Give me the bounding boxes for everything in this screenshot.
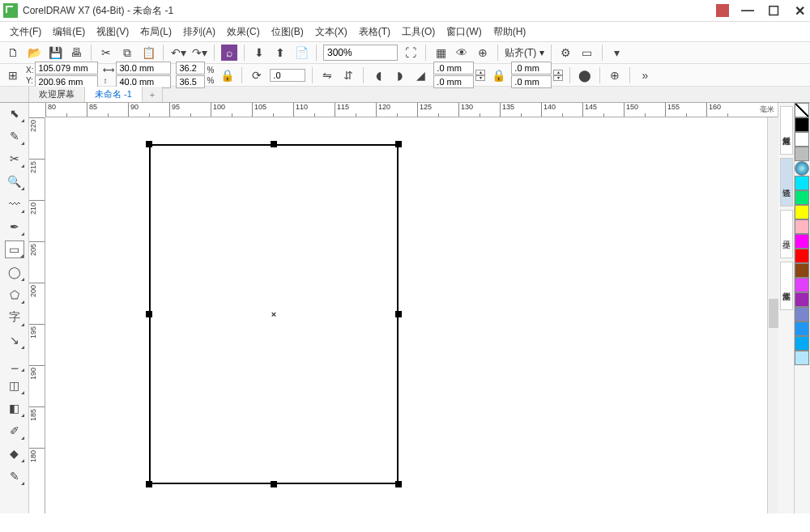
corner-round-button[interactable]: ◖ bbox=[370, 67, 386, 83]
handle-middle-left[interactable] bbox=[146, 311, 152, 317]
crop-tool[interactable]: ✂ bbox=[5, 150, 24, 168]
eyedropper-tool[interactable]: ✐ bbox=[5, 422, 24, 440]
menu-bitmaps[interactable]: 位图(B) bbox=[266, 23, 309, 40]
tab-add-button[interactable]: + bbox=[143, 87, 163, 102]
color-swatch[interactable] bbox=[795, 147, 809, 161]
publish-button[interactable]: 📄 bbox=[293, 45, 309, 61]
tab-document[interactable]: 未命名 -1 bbox=[85, 87, 143, 102]
menu-text[interactable]: 文本(X) bbox=[310, 23, 352, 40]
mirror-h-button[interactable]: ⇋ bbox=[319, 67, 335, 83]
handle-top-right[interactable] bbox=[395, 141, 402, 147]
color-swatch[interactable] bbox=[795, 292, 809, 307]
scale-x-input[interactable] bbox=[176, 62, 205, 74]
dimension-tool[interactable]: ↘ bbox=[5, 331, 24, 349]
copy-button[interactable]: ⧉ bbox=[119, 45, 135, 61]
menu-view[interactable]: 视图(V) bbox=[92, 23, 134, 40]
snap-dropdown[interactable]: 贴齐(T) ▾ bbox=[505, 46, 544, 60]
color-swatch[interactable] bbox=[795, 190, 809, 205]
corner-lock-button[interactable]: 🔒 bbox=[490, 67, 506, 83]
handle-middle-right[interactable] bbox=[395, 311, 402, 317]
shape-tool[interactable]: ✎ bbox=[5, 127, 24, 145]
transparency-tool[interactable]: ◧ bbox=[5, 399, 24, 417]
user-avatar-icon[interactable] bbox=[716, 4, 729, 17]
spin-down[interactable]: ▾ bbox=[475, 75, 485, 81]
menu-file[interactable]: 文件(F) bbox=[5, 23, 46, 40]
panel-lens[interactable]: 透镜 bbox=[780, 158, 793, 206]
close-button[interactable]: ✕ bbox=[792, 3, 807, 18]
paste-button[interactable]: 📋 bbox=[140, 45, 156, 61]
color-swatch[interactable] bbox=[795, 205, 809, 219]
menu-window[interactable]: 窗口(W) bbox=[441, 23, 486, 40]
color-swatch[interactable] bbox=[795, 161, 809, 176]
menu-tools[interactable]: 工具(O) bbox=[397, 23, 440, 40]
import-button[interactable]: ⬇ bbox=[251, 45, 267, 61]
drawing-canvas[interactable]: × bbox=[45, 117, 778, 513]
fill-tool[interactable]: ◆ bbox=[5, 445, 24, 462]
zoom-tool[interactable]: 🔍 bbox=[5, 172, 24, 190]
handle-bottom-middle[interactable] bbox=[271, 481, 277, 487]
lock-ratio-button[interactable]: 🔒 bbox=[219, 67, 235, 83]
handle-bottom-right[interactable] bbox=[395, 481, 402, 487]
pick-tool[interactable]: ⬉ bbox=[5, 104, 24, 122]
color-swatch[interactable] bbox=[795, 176, 809, 190]
scrollbar-thumb[interactable] bbox=[769, 299, 778, 328]
corner-tl-input[interactable] bbox=[433, 62, 474, 74]
menu-layout[interactable]: 布局(L) bbox=[135, 23, 177, 40]
handle-top-middle[interactable] bbox=[271, 141, 277, 147]
search-button[interactable]: ⌕ bbox=[221, 45, 237, 61]
x-input[interactable] bbox=[35, 62, 98, 74]
undo-button[interactable]: ↶▾ bbox=[170, 45, 186, 61]
panel-hints[interactable]: 提示 bbox=[780, 210, 793, 258]
color-swatch[interactable] bbox=[795, 321, 809, 336]
corner-tr-input[interactable] bbox=[511, 62, 552, 74]
color-swatch[interactable] bbox=[795, 249, 809, 263]
cut-button[interactable]: ✂ bbox=[98, 45, 114, 61]
maximize-button[interactable]: ☐ bbox=[766, 3, 781, 18]
minimize-button[interactable]: — bbox=[740, 3, 755, 18]
export-button[interactable]: ⬆ bbox=[272, 45, 288, 61]
menu-effects[interactable]: 效果(C) bbox=[222, 23, 265, 40]
color-swatch[interactable] bbox=[795, 336, 809, 351]
outline-tool[interactable]: ✎ bbox=[5, 467, 24, 485]
new-button[interactable]: 🗋 bbox=[5, 45, 21, 61]
options-button[interactable]: ⚙ bbox=[558, 45, 574, 61]
color-none[interactable] bbox=[795, 103, 809, 117]
corner-chamfer-button[interactable]: ◢ bbox=[412, 67, 428, 83]
menu-edit[interactable]: 编辑(E) bbox=[48, 23, 90, 40]
horizontal-ruler[interactable]: 80 85 90 95 100 105 110 115 120 125 130 … bbox=[45, 103, 778, 117]
grid-button[interactable]: 👁 bbox=[454, 45, 470, 61]
vertical-scrollbar[interactable] bbox=[767, 117, 778, 513]
spin-up[interactable]: ▴ bbox=[475, 70, 485, 75]
wrap-text-button[interactable]: ⊕ bbox=[607, 67, 623, 83]
save-button[interactable]: 💾 bbox=[47, 45, 63, 61]
rectangle-object[interactable]: × bbox=[149, 144, 399, 484]
polygon-tool[interactable]: ⬠ bbox=[5, 286, 24, 304]
text-tool[interactable]: 字 bbox=[5, 309, 24, 326]
color-swatch[interactable] bbox=[795, 117, 809, 132]
handle-bottom-left[interactable] bbox=[146, 481, 152, 487]
connector-tool[interactable]: ⎯ bbox=[5, 354, 24, 372]
ellipse-tool[interactable]: ◯ bbox=[5, 263, 24, 281]
panel-text-properties[interactable]: 文本属性 bbox=[780, 262, 793, 310]
tab-welcome[interactable]: 欢迎屏幕 bbox=[29, 87, 85, 102]
fullscreen-button[interactable]: ⛶ bbox=[403, 45, 419, 61]
color-swatch[interactable] bbox=[795, 263, 809, 278]
artistic-media-tool[interactable]: ✒ bbox=[5, 218, 24, 236]
more-button[interactable]: » bbox=[637, 67, 653, 83]
color-swatch[interactable] bbox=[795, 307, 809, 321]
redo-button[interactable]: ↷▾ bbox=[191, 45, 207, 61]
color-swatch[interactable] bbox=[795, 132, 809, 147]
dropshadow-tool[interactable]: ◫ bbox=[5, 377, 24, 394]
spin-up[interactable]: ▴ bbox=[553, 70, 563, 75]
rotation-input[interactable] bbox=[270, 69, 305, 82]
menu-help[interactable]: 帮助(H) bbox=[488, 23, 531, 40]
vertical-ruler[interactable]: 220 215 210 205 200 195 190 185 180 bbox=[29, 117, 45, 513]
color-swatch[interactable] bbox=[795, 351, 809, 365]
guides-button[interactable]: ⊕ bbox=[475, 45, 491, 61]
print-button[interactable]: 🖶 bbox=[68, 45, 84, 61]
menu-arrange[interactable]: 排列(A) bbox=[178, 23, 220, 40]
center-marker[interactable]: × bbox=[271, 309, 276, 319]
open-button[interactable]: 📂 bbox=[26, 45, 42, 61]
launcher-button[interactable]: ▭ bbox=[579, 45, 595, 61]
corner-scallop-button[interactable]: ◗ bbox=[391, 67, 407, 83]
